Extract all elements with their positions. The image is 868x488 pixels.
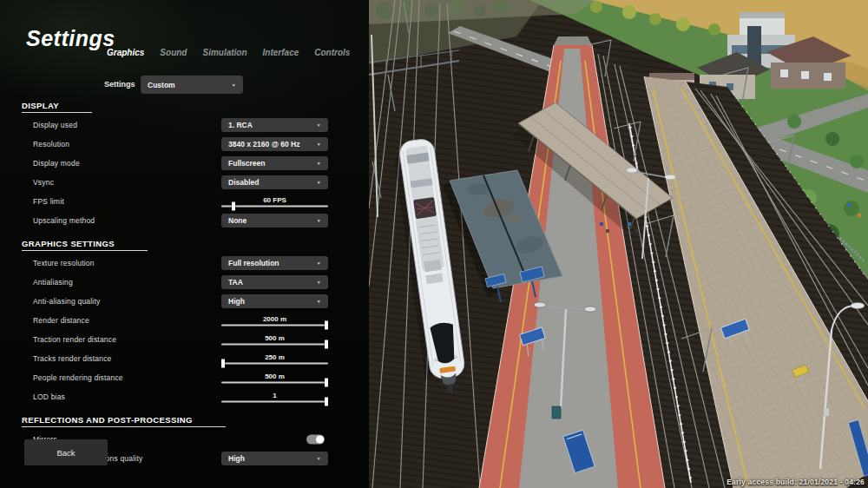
chevron-down-icon: ▼ — [317, 280, 321, 284]
slider-track[interactable] — [221, 363, 328, 365]
page-title: Settings — [26, 26, 115, 51]
setting-label: Display mode — [33, 159, 80, 168]
setting-label: FPS limit — [33, 197, 64, 206]
slider-thumb[interactable] — [232, 202, 235, 211]
section-header-display: DISPLAY — [22, 96, 369, 113]
chevron-down-icon: ▼ — [317, 161, 321, 165]
slider-thumb[interactable] — [325, 379, 328, 387]
dropdown-value: 1. RCA — [228, 121, 253, 129]
settings-panel: Settings GraphicsSoundSimulationInterfac… — [0, 0, 369, 488]
setting-label: Anti-aliasing quality — [33, 297, 100, 306]
dropdown-antialiasing[interactable]: TAA▼ — [221, 275, 328, 289]
slider-value: 60 FPS — [221, 196, 328, 204]
section-header-graphics-settings: GRAPHICS SETTINGS — [22, 234, 369, 251]
dropdown-upscaling-method[interactable]: None▼ — [221, 214, 328, 228]
slider-value: 1 — [221, 392, 328, 399]
dropdown-vsync[interactable]: Disabled▼ — [221, 175, 328, 189]
settings-screen: Settings GraphicsSoundSimulationInterfac… — [0, 0, 868, 488]
setting-label: Render distance — [33, 316, 89, 325]
setting-row-resolution: Resolution3840 x 2160 @ 60 Hz▼ — [0, 135, 369, 154]
setting-row-traction-render-distance: Traction render distance500 m — [0, 330, 369, 349]
chevron-down-icon: ▼ — [317, 122, 321, 127]
slider-fps-limit[interactable]: 60 FPS — [221, 196, 328, 208]
dropdown-value: Disabled — [228, 178, 259, 187]
slider-track[interactable] — [221, 382, 328, 384]
tab-graphics[interactable]: Graphics — [107, 48, 144, 57]
tab-controls[interactable]: Controls — [314, 48, 350, 57]
preset-dropdown[interactable]: Custom ▼ — [141, 76, 243, 94]
tab-bar: GraphicsSoundSimulationInterfaceControls — [107, 48, 350, 57]
slider-value: 500 m — [221, 373, 328, 380]
preset-row: Settings Custom ▼ — [0, 76, 369, 94]
setting-row-antialiasing: AntialiasingTAA▼ — [0, 273, 369, 292]
slider-thumb[interactable] — [325, 398, 328, 406]
setting-row-render-distance: Render distance2000 m — [0, 311, 369, 330]
setting-label: Tracks render distance — [33, 354, 112, 363]
chevron-down-icon: ▼ — [317, 180, 321, 184]
setting-label: Antialiasing — [33, 278, 73, 287]
slider-thumb[interactable] — [221, 359, 225, 368]
preset-value: Custom — [148, 81, 175, 89]
setting-row-tracks-render-distance: Tracks render distance250 m — [0, 349, 369, 368]
slider-track[interactable] — [221, 401, 328, 403]
dropdown-value: Full resolution — [228, 259, 279, 267]
slider-tracks-render-distance[interactable]: 250 m — [221, 353, 328, 365]
setting-row-lod-bias: LOD bias1 — [0, 387, 369, 406]
setting-label: Resolution — [33, 140, 69, 148]
dropdown-texture-resolution[interactable]: Full resolution▼ — [221, 256, 328, 270]
slider-render-distance[interactable]: 2000 m — [221, 315, 328, 326]
dropdown-screen-space-reflections-quality[interactable]: High▼ — [221, 452, 328, 465]
slider-track[interactable] — [221, 325, 328, 326]
dropdown-value: 3840 x 2160 @ 60 Hz — [228, 140, 300, 148]
dropdown-anti-aliasing-quality[interactable]: High▼ — [221, 294, 328, 308]
chevron-down-icon: ▼ — [317, 142, 321, 146]
setting-label: Texture resolution — [33, 259, 95, 267]
preset-label: Settings — [104, 80, 135, 89]
chevron-down-icon: ▼ — [317, 260, 321, 265]
dropdown-value: Fullscreen — [228, 159, 266, 168]
setting-row-people-rendering-distance: People rendering distance500 m — [0, 368, 369, 387]
setting-row-fps-limit: FPS limit60 FPS — [0, 192, 369, 211]
dropdown-resolution[interactable]: 3840 x 2160 @ 60 Hz▼ — [221, 137, 328, 151]
chevron-down-icon: ▼ — [317, 218, 321, 222]
dropdown-display-used[interactable]: 1. RCA▼ — [221, 118, 328, 132]
dropdown-value: High — [228, 297, 245, 306]
slider-lod-bias[interactable]: 1 — [221, 392, 328, 403]
setting-row-anti-aliasing-quality: Anti-aliasing qualityHigh▼ — [0, 292, 369, 311]
dropdown-value: None — [228, 216, 247, 225]
trash-bin — [552, 406, 561, 419]
toggle-mirrors[interactable] — [306, 435, 325, 445]
dropdown-value: TAA — [228, 278, 243, 287]
back-button[interactable]: Back — [24, 439, 108, 465]
setting-row-texture-resolution: Texture resolutionFull resolution▼ — [0, 254, 369, 273]
slider-value: 500 m — [221, 334, 328, 342]
dropdown-value: High — [228, 454, 245, 463]
setting-label: People rendering distance — [33, 373, 123, 382]
setting-row-display-used: Display used1. RCA▼ — [0, 115, 369, 135]
slider-track[interactable] — [221, 206, 328, 208]
slider-value: 2000 m — [221, 315, 328, 323]
setting-label: Display used — [33, 121, 77, 129]
chevron-down-icon: ▼ — [317, 456, 321, 460]
tab-interface[interactable]: Interface — [263, 48, 299, 57]
slider-value: 250 m — [221, 353, 328, 361]
game-scene-3d — [369, 0, 868, 488]
settings-sections: DISPLAYDisplay used1. RCA▼Resolution3840… — [0, 92, 369, 468]
slider-people-rendering-distance[interactable]: 500 m — [221, 373, 328, 384]
slider-track[interactable] — [221, 344, 328, 346]
slider-thumb[interactable] — [325, 321, 328, 330]
slider-thumb[interactable] — [325, 340, 328, 349]
chevron-down-icon: ▼ — [317, 299, 321, 303]
build-info: Early access build: 21/01/2021 - 04:26 — [727, 478, 865, 486]
toggle-knob — [316, 436, 324, 444]
setting-label: Upscaling method — [33, 216, 95, 225]
tab-sound[interactable]: Sound — [160, 48, 187, 57]
section-title: REFLECTIONS AND POST-PROCESSING — [22, 415, 226, 427]
setting-row-display-mode: Display modeFullscreen▼ — [0, 154, 369, 173]
tab-simulation[interactable]: Simulation — [202, 48, 247, 57]
slider-traction-render-distance[interactable]: 500 m — [221, 334, 328, 346]
section-header-reflections-and-post-processing: REFLECTIONS AND POST-PROCESSING — [22, 411, 369, 427]
dropdown-display-mode[interactable]: Fullscreen▼ — [221, 156, 328, 170]
section-title: GRAPHICS SETTINGS — [22, 239, 148, 251]
setting-label: Vsync — [33, 178, 54, 187]
